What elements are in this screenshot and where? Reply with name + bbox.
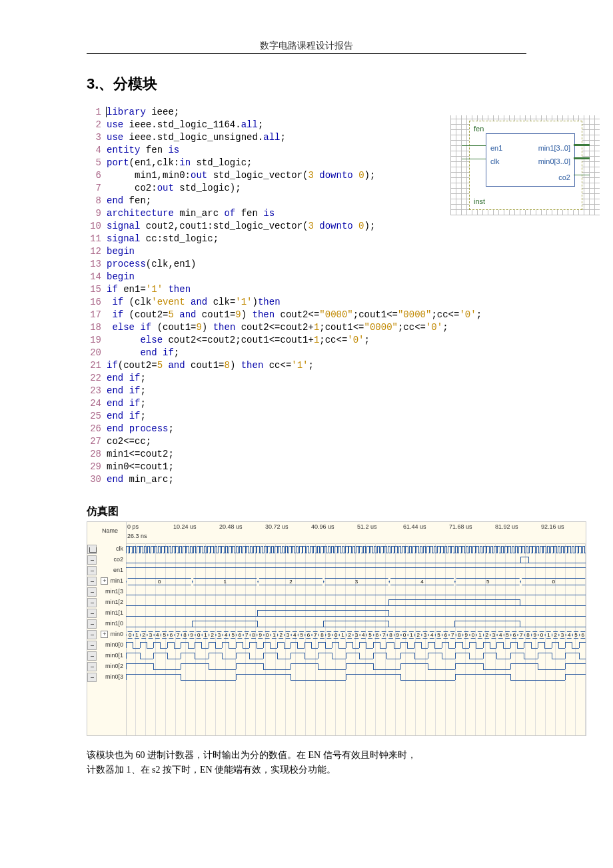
signal-name[interactable]: min0[1 (97, 652, 123, 659)
line-number: 21 (87, 359, 107, 372)
line-number: 29 (87, 461, 107, 473)
signal-row-icon (87, 609, 97, 618)
time-tick: 10.24 us (173, 523, 197, 530)
code-line: 12begin (87, 245, 526, 258)
code-text: else if (cout1=9) then cout2<=cout2+1;co… (107, 321, 448, 334)
line-number: 20 (87, 347, 107, 359)
signal-name[interactable]: min0[0 (97, 641, 123, 648)
wave-bit (126, 662, 586, 673)
code-line: 26end process; (87, 423, 526, 435)
code-line: 23end if; (87, 385, 526, 397)
signal-name[interactable]: min1[0 (97, 620, 123, 627)
time-tick: 81.92 us (495, 523, 518, 530)
code-line: 19 else cout2<=cout2;cout1<=cout1+1;cc<=… (87, 334, 526, 347)
code-line: 11signal cc:std_logic; (87, 233, 526, 245)
time-tick: 40.96 us (311, 523, 334, 530)
line-number: 14 (87, 271, 107, 283)
line-number: 19 (87, 334, 107, 347)
code-line: 25end if; (87, 410, 526, 423)
line-number: 22 (87, 372, 107, 385)
code-line: 30end min_arc; (87, 473, 526, 486)
code-text: library ieee; (107, 106, 179, 119)
line-number: 23 (87, 385, 107, 397)
line-number: 24 (87, 397, 107, 410)
code-line: 27co2<=cc; (87, 435, 526, 448)
signal-name[interactable]: min0[3 (97, 673, 123, 680)
waveform-body[interactable]: 0123450012345678901234567890123456789012… (126, 543, 586, 735)
code-text: end min_arc; (107, 473, 174, 486)
signal-name[interactable]: min1[3 (97, 588, 123, 595)
signal-row-icon (87, 598, 97, 607)
block-title: fen (474, 123, 484, 135)
line-number: 26 (87, 423, 107, 435)
code-line: 16 if (clk'event and clk='1')then (87, 296, 526, 309)
code-line: 14begin (87, 271, 526, 283)
signal-row-icon (87, 673, 97, 682)
line-number: 3 (87, 131, 107, 144)
explain-line-1: 该模块也为 60 进制计数器，计时输出为分的数值。在 EN 信号有效且时钟来时， (87, 748, 526, 763)
line-number: 15 (87, 283, 107, 296)
signal-name[interactable]: clk (97, 545, 123, 552)
code-text: port(en1,clk:in std_logic; (107, 157, 252, 169)
code-block: 1library ieee;2use ieee.std_logic_1164.a… (87, 106, 526, 486)
line-number: 9 (87, 207, 107, 220)
line-number: 16 (87, 296, 107, 309)
code-line: 21if(cout2=5 and cout1=8) then cc<='1'; (87, 359, 526, 372)
signal-row-icon (87, 577, 97, 586)
code-text: min0<=cout1; (107, 461, 174, 473)
code-text: begin (107, 271, 135, 283)
code-text: use ieee.std_logic_1164.all; (107, 119, 263, 131)
sim-heading: 仿真图 (87, 505, 526, 519)
port-clk: clk (490, 155, 499, 168)
explain-line-2: 计数器加 1、在 s2 按下时，EN 使能端有效，实现校分功能。 (87, 763, 526, 777)
code-text: end fen; (107, 195, 151, 207)
signal-name[interactable]: min1[1 (97, 609, 123, 616)
line-number: 27 (87, 435, 107, 448)
code-text: end if; (107, 410, 146, 423)
line-number: 30 (87, 473, 107, 486)
code-text: end if; (107, 372, 146, 385)
signal-name[interactable]: +min1 (97, 577, 123, 585)
expand-icon[interactable]: + (101, 631, 108, 638)
signal-row-icon (87, 566, 97, 575)
code-text: min1,min0:out std_logic_vector(3 downto … (107, 169, 375, 182)
name-header: Name (98, 527, 122, 534)
code-text: if (clk'event and clk='1')then (107, 296, 281, 309)
signal-row-icon (87, 630, 97, 639)
signal-name[interactable]: co2 (97, 556, 123, 563)
signal-row-icon (87, 662, 97, 671)
time-tick: 61.44 us (403, 523, 426, 530)
code-text: process(clk,en1) (107, 258, 196, 271)
signal-name[interactable]: min1[2 (97, 599, 123, 605)
wave-bit (126, 673, 586, 683)
wave-bus-min0: 0123456789012345678901234567890123456789… (126, 630, 586, 641)
expand-icon[interactable]: + (101, 577, 108, 585)
line-number: 8 (87, 195, 107, 207)
code-text: end process; (107, 423, 174, 435)
cursor-readout: 26.3 ns (127, 533, 147, 539)
code-line: 22end if; (87, 372, 526, 385)
line-number: 28 (87, 448, 107, 461)
line-number: 25 (87, 410, 107, 423)
code-text: if(cout2=5 and cout1=8) then cc<='1'; (107, 359, 314, 372)
code-text: co2:out std_logic); (107, 182, 241, 195)
explanation: 该模块也为 60 进制计数器，计时输出为分的数值。在 EN 信号有效且时钟来时，… (87, 748, 526, 777)
code-line: 18 else if (cout1=9) then cout2<=cout2+1… (87, 321, 526, 334)
code-text: if (cout2=5 and cout1=9) then cout2<="00… (107, 309, 482, 321)
block-diagram: fen en1 clk min1[3..0] min0[3..0] co2 in… (450, 115, 600, 215)
time-tick: 20.48 us (219, 523, 243, 530)
code-line: 29min0<=cout1; (87, 461, 526, 473)
code-text: signal cout2,cout1:std_logic_vector(3 do… (107, 220, 375, 233)
code-text: if en1='1' then (107, 283, 191, 296)
code-line: 28min1<=cout2; (87, 448, 526, 461)
line-number: 17 (87, 309, 107, 321)
signal-name[interactable]: +min0 (97, 631, 123, 638)
code-text: end if; (107, 397, 146, 410)
signal-name[interactable]: en1 (97, 567, 123, 573)
line-number: 6 (87, 169, 107, 182)
waveform-viewer[interactable]: Name clkco2en1+min1min1[3min1[2min1[1min… (87, 521, 586, 736)
line-number: 7 (87, 182, 107, 195)
signal-name[interactable]: min0[2 (97, 663, 123, 669)
line-number: 5 (87, 157, 107, 169)
line-number: 4 (87, 144, 107, 157)
